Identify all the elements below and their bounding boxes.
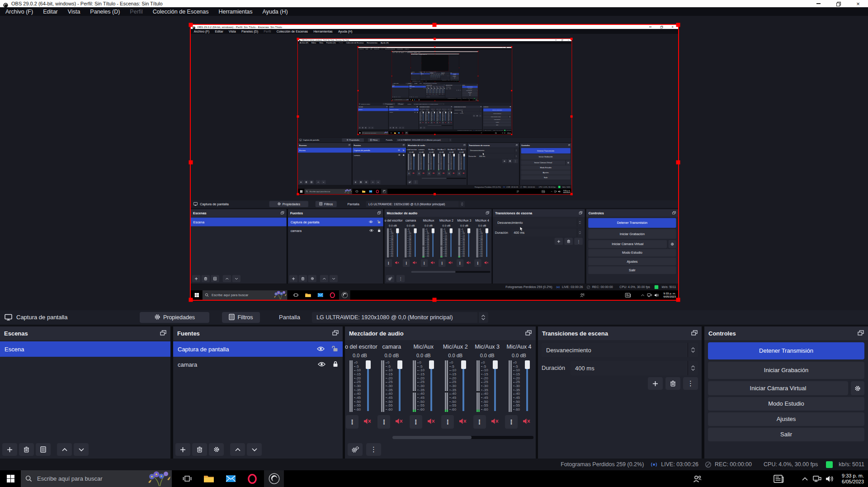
menu-item[interactable]: Archivo (F) bbox=[0, 9, 38, 15]
unlock-icon[interactable] bbox=[332, 345, 338, 353]
tray-expand-icon[interactable] bbox=[799, 470, 810, 487]
restore-button[interactable] bbox=[828, 0, 848, 7]
duration-spinbox[interactable]: 400 ms bbox=[571, 361, 698, 375]
scene-up-button[interactable] bbox=[57, 443, 72, 456]
network-icon[interactable] bbox=[811, 470, 823, 487]
source-row[interactable]: camara bbox=[173, 357, 343, 372]
channel-menu-button[interactable]: ⋮ bbox=[346, 415, 359, 429]
fader-handle[interactable] bbox=[493, 360, 498, 369]
resize-handle[interactable] bbox=[676, 23, 680, 27]
mail-icon[interactable] bbox=[221, 470, 241, 487]
source-up-button[interactable] bbox=[230, 443, 245, 456]
resize-handle[interactable] bbox=[189, 161, 193, 165]
menu-item[interactable]: Vista bbox=[63, 9, 85, 15]
source-down-button[interactable] bbox=[247, 443, 262, 456]
remove-scene-button[interactable] bbox=[19, 443, 34, 456]
properties-button[interactable]: Propiedades bbox=[140, 312, 209, 323]
popout-icon[interactable] bbox=[691, 329, 698, 337]
obs-taskbar-icon[interactable] bbox=[264, 470, 284, 487]
control-button[interactable]: Salir bbox=[708, 428, 864, 441]
channel-menu-button[interactable]: ⋮ bbox=[410, 415, 422, 429]
volume-fader[interactable] bbox=[493, 360, 498, 412]
eye-icon[interactable] bbox=[318, 361, 326, 368]
fader-handle[interactable] bbox=[525, 360, 530, 369]
add-scene-button[interactable] bbox=[2, 443, 17, 456]
file-explorer-icon[interactable] bbox=[199, 470, 219, 487]
menu-item[interactable]: Editar bbox=[38, 9, 63, 15]
popout-icon[interactable] bbox=[525, 329, 532, 337]
mute-icon[interactable] bbox=[523, 418, 530, 426]
speaker-icon[interactable] bbox=[824, 470, 836, 487]
resize-handle[interactable] bbox=[676, 298, 680, 302]
fader-handle[interactable] bbox=[429, 360, 434, 369]
selected-source-bounding-box[interactable]: OBS 29.0.2 (64-bit, windows) - Perfil: S… bbox=[190, 24, 679, 301]
resize-handle[interactable] bbox=[676, 161, 680, 165]
mute-icon[interactable] bbox=[395, 418, 403, 426]
transition-select[interactable]: Desvanecimiento bbox=[542, 343, 698, 357]
eye-icon[interactable] bbox=[317, 346, 325, 353]
minimize-button[interactable] bbox=[808, 0, 828, 7]
mute-icon[interactable] bbox=[459, 418, 467, 426]
menu-item[interactable]: Ayuda (H) bbox=[258, 9, 293, 15]
scene-row[interactable]: Escena bbox=[0, 341, 170, 357]
channel-menu-button[interactable]: ⋮ bbox=[473, 415, 486, 429]
search-input[interactable] bbox=[36, 475, 133, 482]
channel-menu-button[interactable]: ⋮ bbox=[377, 415, 390, 429]
opera-gx-icon[interactable] bbox=[242, 470, 262, 487]
channel-menu-button[interactable]: ⋮ bbox=[505, 415, 518, 429]
channel-menu-button[interactable]: ⋮ bbox=[441, 415, 454, 429]
control-button[interactable]: Iniciar Grabación bbox=[708, 362, 864, 379]
select-spinner[interactable] bbox=[478, 312, 488, 323]
add-transition-button[interactable] bbox=[648, 377, 663, 390]
close-button[interactable]: × bbox=[848, 0, 868, 7]
popout-icon[interactable] bbox=[858, 329, 864, 337]
volume-fader[interactable] bbox=[525, 360, 530, 412]
mute-icon[interactable] bbox=[427, 418, 435, 426]
resize-handle[interactable] bbox=[433, 298, 437, 302]
control-button[interactable]: Ajustes bbox=[708, 412, 864, 426]
news-widget-button[interactable] bbox=[769, 470, 788, 487]
advanced-audio-button[interactable] bbox=[348, 443, 363, 456]
fader-handle[interactable] bbox=[461, 360, 466, 369]
add-source-button[interactable] bbox=[175, 443, 190, 456]
mixer-scrollbar[interactable] bbox=[392, 436, 533, 439]
mute-icon[interactable] bbox=[363, 418, 371, 426]
volume-fader[interactable] bbox=[461, 360, 466, 412]
lock-icon[interactable] bbox=[333, 361, 338, 369]
display-select[interactable]: LG ULTRAWIDE: 1920x1080 @ 0,0 (Monitor p… bbox=[312, 312, 488, 323]
volume-fader[interactable] bbox=[397, 360, 402, 412]
remove-source-button[interactable] bbox=[192, 443, 207, 456]
spinbox-arrows[interactable] bbox=[688, 361, 698, 375]
resize-handle[interactable] bbox=[433, 23, 437, 27]
people-button[interactable] bbox=[688, 470, 706, 487]
volume-fader[interactable] bbox=[429, 360, 434, 412]
transition-menu-button[interactable]: ⋮ bbox=[683, 377, 698, 390]
task-view-button[interactable] bbox=[177, 470, 197, 487]
taskbar-search[interactable] bbox=[21, 470, 172, 487]
taskbar-clock[interactable]: 9:33 p. m. 6/05/2023 bbox=[836, 470, 866, 487]
source-properties-button[interactable] bbox=[209, 443, 224, 456]
menu-item[interactable]: Herramientas bbox=[214, 9, 258, 15]
mute-icon[interactable] bbox=[491, 418, 499, 426]
mixer-menu-button[interactable]: ⋮ bbox=[366, 443, 381, 456]
popout-icon[interactable] bbox=[160, 329, 166, 337]
start-button[interactable] bbox=[0, 470, 21, 487]
control-button[interactable]: Iniciar Cámara Virtual bbox=[708, 381, 848, 395]
scene-down-button[interactable] bbox=[74, 443, 89, 456]
source-row[interactable]: Captura de pantalla bbox=[173, 341, 343, 357]
menu-item[interactable]: Paneles (D) bbox=[85, 9, 125, 15]
menu-item[interactable]: Colección de Escenas bbox=[148, 9, 214, 15]
scene-filters-button[interactable] bbox=[36, 443, 51, 456]
filters-button[interactable]: Filtros bbox=[222, 312, 260, 323]
select-spinner[interactable] bbox=[688, 343, 698, 357]
popout-icon[interactable] bbox=[332, 329, 339, 337]
resize-handle[interactable] bbox=[189, 23, 193, 27]
fader-handle[interactable] bbox=[397, 360, 402, 369]
remove-transition-button[interactable] bbox=[665, 377, 680, 390]
fader-handle[interactable] bbox=[366, 360, 371, 369]
preview-canvas[interactable]: OBS 29.0.2 (64-bit, windows) - Perfil: S… bbox=[0, 16, 868, 310]
virtual-camera-settings-button[interactable] bbox=[851, 381, 864, 395]
resize-handle[interactable] bbox=[189, 298, 193, 302]
search-daily-image[interactable] bbox=[146, 471, 171, 487]
control-button[interactable]: Modo Estudio bbox=[708, 397, 864, 411]
